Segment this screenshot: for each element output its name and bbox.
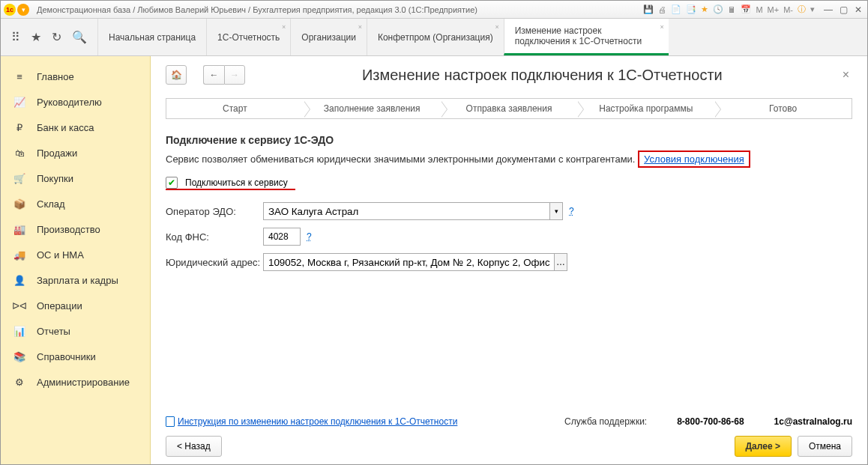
sidebar-item-label: Покупки bbox=[37, 173, 73, 184]
tabbar-icons: ⠿ ★ ↻ 🔍 bbox=[1, 19, 97, 55]
sidebar-item-label: Продажи bbox=[37, 148, 77, 159]
history-icon[interactable]: ↻ bbox=[52, 30, 61, 44]
step-fill[interactable]: Заполнение заявления bbox=[304, 99, 441, 118]
dropdown-arrow-icon[interactable]: ▾ bbox=[549, 202, 563, 220]
search-icon[interactable]: 🔍 bbox=[72, 30, 87, 44]
tab-1c-report[interactable]: 1С-Отчетность× bbox=[206, 19, 290, 55]
sidebar-item-admin[interactable]: ⚙Администрирование bbox=[1, 369, 150, 395]
tab-close-icon[interactable]: × bbox=[495, 23, 498, 31]
next-button[interactable]: Далее > bbox=[735, 436, 792, 457]
close-page-icon[interactable]: × bbox=[840, 65, 852, 85]
titlebar-tools: 💾 🖨 📄 📑 ★ 🕓 🖩 📅 M M+ M- ⓘ ▾ bbox=[643, 4, 815, 15]
sidebar-item-directories[interactable]: 📚Справочники bbox=[1, 344, 150, 369]
star-icon[interactable]: ★ bbox=[31, 30, 41, 44]
tab-home[interactable]: Начальная страница bbox=[97, 19, 206, 55]
tool-save-icon[interactable]: 💾 bbox=[643, 4, 654, 14]
forward-button[interactable]: → bbox=[224, 65, 245, 85]
close-window-icon[interactable]: ✕ bbox=[852, 4, 864, 15]
sidebar-item-purchases[interactable]: 🛒Покупки bbox=[1, 165, 150, 191]
sidebar-item-salary[interactable]: 👤Зарплата и кадры bbox=[1, 267, 150, 293]
content: 🏠 ← → Изменение настроек подключения к 1… bbox=[151, 56, 867, 465]
tab-close-icon[interactable]: × bbox=[358, 23, 362, 31]
chart-icon: 📈 bbox=[13, 95, 26, 109]
tab-label: 1С-Отчетность bbox=[217, 32, 280, 43]
step-send[interactable]: Отправка заявления bbox=[441, 99, 578, 118]
titlebar-text: Демонстрационная база / Любимов Валерий … bbox=[37, 5, 643, 14]
box-icon: 📦 bbox=[13, 197, 26, 210]
tool-doc-icon[interactable]: 📄 bbox=[671, 4, 681, 14]
sidebar-item-sales[interactable]: 🛍Продажи bbox=[1, 140, 150, 165]
tool-info-dd[interactable]: ▾ bbox=[810, 4, 815, 14]
maximize-icon[interactable]: ▢ bbox=[837, 4, 849, 15]
address-label: Юридический адрес: bbox=[166, 257, 263, 268]
address-input[interactable] bbox=[263, 253, 554, 271]
tool-info-icon[interactable]: ⓘ bbox=[798, 4, 806, 15]
sidebar-item-assets[interactable]: 🚚ОС и НМА bbox=[1, 242, 150, 267]
tab-close-icon[interactable]: × bbox=[660, 23, 663, 31]
home-button[interactable]: 🏠 bbox=[166, 65, 187, 85]
bars-icon: 📊 bbox=[13, 324, 26, 338]
sidebar-item-production[interactable]: 🏭Производство bbox=[1, 216, 150, 242]
sidebar-item-warehouse[interactable]: 📦Склад bbox=[1, 191, 150, 216]
tabbar: ⠿ ★ ↻ 🔍 Начальная страница 1С-Отчетность… bbox=[1, 19, 867, 56]
step-done[interactable]: Готово bbox=[714, 99, 852, 118]
app-1c-icon: 1c bbox=[4, 4, 16, 16]
address-field[interactable]: … bbox=[263, 253, 567, 271]
cart-icon: 🛒 bbox=[13, 171, 26, 185]
stepper: Старт Заполнение заявления Отправка заяв… bbox=[166, 98, 852, 119]
fns-input[interactable] bbox=[263, 228, 301, 246]
minimize-icon[interactable]: — bbox=[822, 4, 834, 15]
sidebar-item-label: Справочники bbox=[37, 351, 96, 362]
terms-link[interactable]: Условия подключения bbox=[638, 151, 750, 168]
tab-settings-change[interactable]: Изменение настроек подключения к 1С-Отче… bbox=[504, 19, 669, 55]
page-title: Изменение настроек подключения к 1С-Отче… bbox=[245, 67, 840, 84]
tab-label: Изменение настроек подключения к 1С-Отче… bbox=[515, 25, 658, 46]
menu-icon: ≡ bbox=[13, 70, 26, 83]
sidebar-item-bank[interactable]: ₽Банк и касса bbox=[1, 115, 150, 140]
tab-label: Начальная страница bbox=[109, 32, 196, 43]
step-start[interactable]: Старт bbox=[166, 99, 304, 118]
tool-mminus[interactable]: M- bbox=[783, 5, 793, 14]
tab-close-icon[interactable]: × bbox=[282, 23, 286, 31]
tool-m[interactable]: M bbox=[756, 5, 762, 14]
back-wizard-button[interactable]: < Назад bbox=[166, 436, 222, 457]
tab-konfetprom[interactable]: Конфетпром (Организация)× bbox=[367, 19, 504, 55]
step-label: Отправка заявления bbox=[466, 103, 552, 114]
operator-dropdown[interactable]: ▾ bbox=[263, 202, 563, 220]
tool-clock-icon[interactable]: 🕓 bbox=[713, 4, 723, 14]
support-phone: 8-800-700-86-68 bbox=[677, 416, 744, 427]
sidebar-item-reports[interactable]: 📊Отчеты bbox=[1, 318, 150, 344]
cancel-button[interactable]: Отмена bbox=[798, 436, 852, 457]
address-browse-icon[interactable]: … bbox=[554, 253, 567, 271]
tool-calendar-icon[interactable]: 📅 bbox=[741, 4, 751, 14]
tool-mplus[interactable]: M+ bbox=[768, 5, 780, 14]
tool-calc-icon[interactable]: 🖩 bbox=[728, 5, 736, 14]
sidebar: ≡Главное 📈Руководителю ₽Банк и касса 🛍Пр… bbox=[1, 56, 151, 465]
connect-checkbox-row[interactable]: ✔ Подключиться к сервису bbox=[166, 177, 295, 190]
sidebar-item-main[interactable]: ≡Главное bbox=[1, 64, 150, 89]
fns-help[interactable]: ? bbox=[307, 231, 312, 242]
person-icon: 👤 bbox=[13, 273, 26, 287]
sidebar-item-operations[interactable]: ᐅᐊОперации bbox=[1, 293, 150, 318]
sidebar-item-label: Операции bbox=[37, 300, 82, 311]
step-label: Готово bbox=[769, 103, 797, 114]
operator-help[interactable]: ? bbox=[569, 206, 574, 216]
step-setup[interactable]: Настройка программы bbox=[577, 99, 714, 118]
tool-print-icon[interactable]: 🖨 bbox=[658, 5, 666, 14]
instruction-link[interactable]: Инструкция по изменению настроек подключ… bbox=[166, 416, 457, 427]
back-button[interactable]: ← bbox=[203, 65, 224, 85]
operator-input[interactable] bbox=[263, 202, 549, 220]
dropdown-icon[interactable]: ▾ bbox=[17, 4, 29, 16]
tab-orgs[interactable]: Организации× bbox=[290, 19, 367, 55]
step-label: Заполнение заявления bbox=[324, 103, 421, 114]
document-icon bbox=[166, 416, 175, 427]
tool-star-icon[interactable]: ★ bbox=[701, 4, 708, 14]
bag-icon: 🛍 bbox=[13, 146, 26, 159]
sidebar-item-label: Банк и касса bbox=[37, 122, 94, 133]
step-label: Старт bbox=[223, 103, 247, 114]
checkbox-icon[interactable]: ✔ bbox=[166, 177, 178, 189]
tool-compare-icon[interactable]: 📑 bbox=[686, 4, 696, 14]
sidebar-item-manager[interactable]: 📈Руководителю bbox=[1, 89, 150, 115]
apps-icon[interactable]: ⠿ bbox=[11, 30, 20, 44]
fns-label: Код ФНС: bbox=[166, 231, 263, 243]
